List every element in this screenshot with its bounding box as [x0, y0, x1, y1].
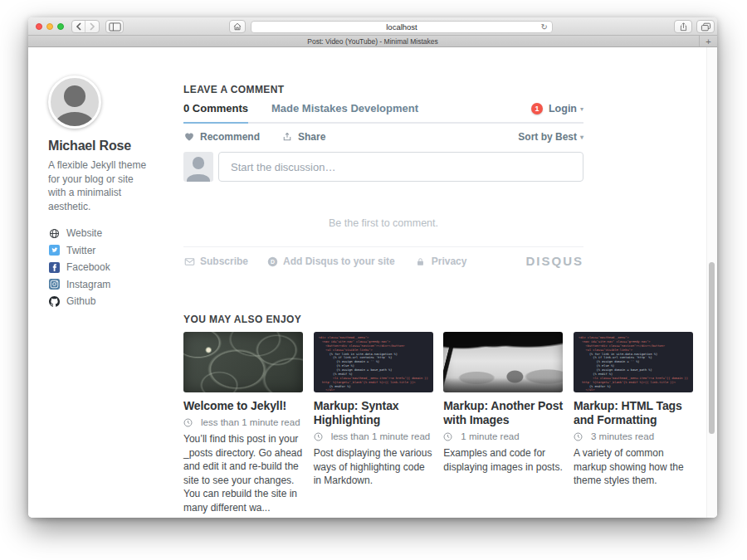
author-links: WebsiteTwitterFacebookInstagramGithub: [48, 227, 158, 307]
post-read-time: 1 minute read: [443, 431, 563, 441]
disqus-mark-icon: D: [266, 256, 278, 267]
sidebar-link-twitter[interactable]: Twitter: [48, 245, 158, 256]
recommend-label: Recommend: [200, 131, 260, 143]
sidebar-link-github[interactable]: Github: [48, 295, 158, 307]
minimize-window-button[interactable]: [46, 23, 53, 30]
disqus-embed: 0 Comments Made Mistakes Development 1 L…: [183, 102, 583, 267]
post-read-time: less than 1 minute read: [314, 431, 433, 441]
url-text: localhost: [386, 22, 417, 32]
code-line: http' %}target="_blank"{% endif %}>{{ li…: [319, 381, 433, 385]
notification-badge[interactable]: 1: [531, 103, 543, 114]
author-sidebar: Michael Rose A flexible Jekyll theme for…: [48, 75, 158, 313]
post-title[interactable]: Markup: Syntax Highlighting: [314, 399, 433, 427]
sidebar-link-label: Twitter: [66, 245, 95, 256]
clock-icon: [443, 432, 456, 441]
sort-by-dropdown[interactable]: Sort by Best ▾: [518, 131, 583, 143]
lock-icon: [415, 256, 427, 267]
comment-composer: [183, 152, 583, 182]
chevron-left-icon: [76, 22, 82, 31]
clock-icon: [574, 432, 587, 441]
related-post-card[interactable]: Welcome to Jekyll!less than 1 minute rea…: [183, 332, 303, 514]
sidebar-link-instagram[interactable]: Instagram: [48, 279, 158, 290]
back-button[interactable]: [72, 21, 85, 32]
comment-input[interactable]: [218, 152, 583, 182]
related-post-card[interactable]: <div class="masthead__menu"> <nav id="si…: [314, 332, 433, 514]
login-button[interactable]: 1 Login ▾: [531, 103, 583, 114]
post-excerpt: A variety of common markup showing how t…: [574, 446, 693, 488]
zoom-window-button[interactable]: [57, 23, 64, 30]
disqus-actions-row: Recommend Share Sort by Best ▾: [183, 131, 583, 143]
tabs-icon: [701, 22, 711, 32]
sidebar-link-label: Instagram: [66, 279, 110, 290]
tab-title[interactable]: Post: Video (YouTube) - Minimal Mistakes: [307, 37, 437, 46]
post-title[interactable]: Welcome to Jekyll!: [183, 399, 303, 413]
share-icon: [679, 22, 688, 32]
address-bar[interactable]: localhost ↻: [251, 21, 553, 33]
code-line: </ul>: [579, 388, 693, 392]
window-controls: [36, 23, 64, 30]
post-excerpt: Examples and code for displaying images …: [443, 446, 563, 474]
comment-avatar: [183, 152, 213, 182]
sort-label: Sort by Best: [518, 131, 577, 143]
post-thumbnail-code-screenshot[interactable]: <div class="masthead__menu"> <nav id="si…: [574, 332, 693, 392]
code-line: <li class="masthead__menu-item"><a href=…: [319, 377, 433, 381]
clock-icon: [314, 432, 327, 441]
community-tab[interactable]: Made Mistakes Development: [271, 102, 418, 122]
scrollbar-thumb[interactable]: [709, 262, 715, 434]
post-excerpt: Post displaying the various ways of high…: [314, 446, 433, 488]
svg-text:D: D: [271, 258, 275, 264]
share-arrow-icon: [281, 131, 293, 143]
post-thumbnail-foggy-tree-photo[interactable]: [443, 332, 563, 392]
author-bio: A flexible Jekyll theme for your blog or…: [48, 158, 151, 213]
page-content: Michael Rose A flexible Jekyll theme for…: [28, 47, 717, 518]
add-disqus-link[interactable]: D Add Disqus to your site: [266, 256, 395, 267]
tab-bar: Post: Video (YouTube) - Minimal Mistakes…: [28, 36, 717, 47]
home-icon: [232, 22, 242, 32]
safari-window: localhost ↻ Post: Video (YouTube) - Mini…: [28, 17, 717, 518]
sidebar-icon: [109, 22, 121, 32]
envelope-icon: [183, 256, 195, 267]
empty-state-text: Be the first to comment.: [183, 217, 583, 229]
sidebar-link-website[interactable]: Website: [48, 227, 158, 239]
subscribe-link[interactable]: Subscribe: [183, 256, 248, 267]
post-title[interactable]: Markup: Another Post with Images: [443, 399, 563, 427]
comments-heading: LEAVE A COMMENT: [183, 84, 693, 95]
related-post-card[interactable]: Markup: Another Post with Images1 minute…: [443, 332, 563, 514]
post-read-time: 3 minutes read: [574, 431, 693, 441]
share-button-disqus[interactable]: Share: [281, 131, 325, 143]
browser-toolbar: localhost ↻: [28, 17, 717, 36]
code-line: <li class="masthead__menu-item"><a href=…: [579, 377, 693, 381]
heart-icon: [183, 131, 195, 143]
new-tab-button[interactable]: +: [699, 36, 717, 46]
desktop: localhost ↻ Post: Video (YouTube) - Mini…: [0, 0, 747, 560]
add-disqus-label: Add Disqus to your site: [283, 256, 395, 267]
post-title[interactable]: Markup: HTML Tags and Formatting: [574, 399, 693, 427]
post-read-time: less than 1 minute read: [183, 417, 303, 427]
sidebar-toggle-button[interactable]: [105, 20, 124, 33]
home-button[interactable]: [229, 20, 246, 33]
sidebar-link-label: Website: [66, 227, 102, 239]
privacy-link[interactable]: Privacy: [415, 256, 467, 267]
post-excerpt: You’ll find this post in your _posts dir…: [183, 432, 303, 514]
related-post-card[interactable]: <div class="masthead__menu"> <nav id="si…: [574, 332, 693, 514]
post-thumbnail-code-screenshot[interactable]: <div class="masthead__menu"> <nav id="si…: [314, 332, 433, 392]
comment-count-tab[interactable]: 0 Comments: [183, 102, 248, 124]
github-icon: [48, 295, 60, 307]
chevron-down-icon: ▾: [580, 134, 583, 141]
share-button[interactable]: [674, 20, 692, 33]
close-window-button[interactable]: [36, 23, 42, 30]
history-nav-buttons: [71, 20, 100, 33]
sidebar-link-facebook[interactable]: Facebook: [48, 261, 158, 273]
tab-overview-button[interactable]: [696, 20, 715, 33]
author-name: Michael Rose: [48, 139, 158, 153]
recommend-button[interactable]: Recommend: [183, 131, 260, 143]
refresh-icon[interactable]: ↻: [541, 22, 548, 32]
clock-icon: [183, 418, 197, 427]
forward-button[interactable]: [85, 21, 99, 32]
privacy-label: Privacy: [432, 256, 467, 267]
twitter-icon: [48, 245, 60, 256]
disqus-logo[interactable]: DISQUS: [525, 254, 583, 268]
post-thumbnail-green-foam-photo[interactable]: [183, 332, 303, 392]
globe-icon: [48, 227, 60, 239]
sidebar-link-label: Github: [66, 295, 95, 307]
